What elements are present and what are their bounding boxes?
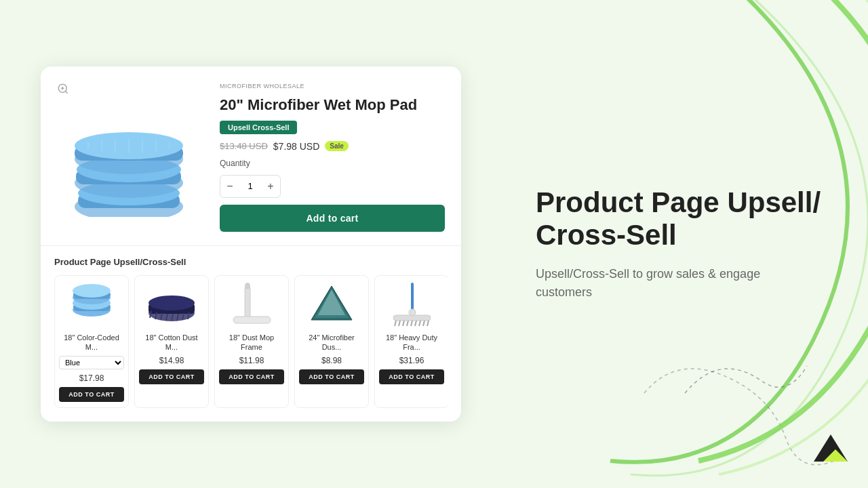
zoom-icon[interactable] bbox=[57, 83, 71, 96]
item-image-4 bbox=[304, 281, 359, 329]
right-panel: Product Page Upsell/ Cross-Sell Upsell/C… bbox=[502, 0, 868, 488]
svg-rect-44 bbox=[411, 283, 414, 313]
sale-tag: Sale bbox=[325, 141, 349, 151]
item-add-to-cart-button-4[interactable]: ADD TO CART bbox=[299, 369, 364, 384]
item-price-2: $14.98 bbox=[159, 356, 184, 365]
item-price-4: $8.98 bbox=[321, 356, 342, 365]
item-name-3: 18" Dust Mop Frame bbox=[219, 333, 284, 352]
item-price-1: $17.98 bbox=[79, 373, 104, 383]
svg-line-51 bbox=[415, 321, 416, 326]
item-add-to-cart-button-1[interactable]: ADD TO CART bbox=[59, 387, 124, 402]
item-price-5: $31.96 bbox=[399, 356, 425, 365]
quantity-input[interactable]: 1 bbox=[239, 181, 261, 191]
item-name-4: 24" Microfiber Dus... bbox=[299, 333, 364, 352]
svg-line-2 bbox=[65, 91, 67, 93]
products-grid: 18" Color-Coded M... Blue Green Red $17.… bbox=[54, 275, 448, 409]
item-image-1 bbox=[64, 281, 119, 329]
upsell-badge: Upsell Cross-Sell bbox=[220, 121, 297, 134]
svg-rect-38 bbox=[245, 286, 250, 320]
right-heading: Product Page Upsell/ Cross-Sell bbox=[536, 186, 834, 252]
dashed-decoration bbox=[678, 339, 814, 420]
item-color-select-1[interactable]: Blue Green Red bbox=[59, 356, 124, 369]
brand-label: MICROFIBER WHOLESALE bbox=[220, 83, 445, 89]
list-item: 18" Heavy Duty Fra... $31.96 ADD TO CART bbox=[374, 275, 448, 409]
svg-line-52 bbox=[419, 321, 420, 326]
svg-point-55 bbox=[409, 309, 416, 316]
quantity-increase-button[interactable]: + bbox=[261, 176, 280, 197]
quantity-label: Quantity bbox=[220, 159, 445, 168]
right-description: Upsell/Cross-Sell to grow sales & engage… bbox=[536, 265, 766, 302]
item-price-3: $11.98 bbox=[239, 356, 264, 365]
product-image bbox=[61, 95, 197, 217]
product-image-container bbox=[54, 80, 203, 232]
quantity-control: − 1 + bbox=[220, 175, 281, 198]
svg-rect-39 bbox=[233, 317, 271, 323]
list-item: 24" Microfiber Dus... $8.98 ADD TO CART bbox=[294, 275, 369, 409]
triangle-logo bbox=[814, 434, 848, 468]
list-item: 18" Dust Mop Frame $11.98 ADD TO CART bbox=[214, 275, 289, 409]
item-add-to-cart-button-3[interactable]: ADD TO CART bbox=[219, 369, 284, 384]
item-name-1: 18" Color-Coded M... bbox=[59, 333, 124, 352]
product-card: MICROFIBER WHOLESALE 20" Microfiber Wet … bbox=[41, 66, 461, 422]
item-name-5: 18" Heavy Duty Fra... bbox=[379, 333, 444, 352]
original-price: $13.48 USD bbox=[220, 141, 268, 151]
svg-point-29 bbox=[149, 296, 195, 310]
price-row: $13.48 USD $7.98 USD Sale bbox=[220, 141, 445, 152]
cross-sell-section: Product Page Upsell/Cross-Sell bbox=[41, 246, 461, 422]
list-item: 18" Cotton Dust M... $14.98 ADD TO CART bbox=[134, 275, 209, 409]
cross-sell-title: Product Page Upsell/Cross-Sell bbox=[54, 257, 448, 267]
product-title: 20" Microfiber Wet Mop Pad bbox=[220, 96, 445, 114]
svg-point-26 bbox=[73, 284, 111, 298]
svg-line-49 bbox=[407, 321, 408, 326]
left-panel: MICROFIBER WHOLESALE 20" Microfiber Wet … bbox=[0, 0, 502, 488]
add-to-cart-main-button[interactable]: Add to cart bbox=[220, 205, 445, 232]
svg-line-53 bbox=[423, 321, 425, 326]
product-detail-section: MICROFIBER WHOLESALE 20" Microfiber Wet … bbox=[41, 66, 461, 246]
item-add-to-cart-button-2[interactable]: ADD TO CART bbox=[139, 369, 204, 384]
item-image-5 bbox=[384, 281, 439, 329]
sale-price: $7.98 USD bbox=[273, 141, 319, 152]
svg-line-48 bbox=[403, 321, 404, 326]
list-item: 18" Color-Coded M... Blue Green Red $17.… bbox=[54, 275, 129, 409]
svg-point-40 bbox=[245, 283, 250, 289]
item-add-to-cart-button-5[interactable]: ADD TO CART bbox=[379, 369, 444, 384]
svg-line-50 bbox=[411, 321, 412, 326]
svg-line-47 bbox=[399, 321, 400, 326]
product-info: MICROFIBER WHOLESALE 20" Microfiber Wet … bbox=[220, 80, 445, 232]
svg-line-46 bbox=[395, 321, 396, 326]
svg-line-54 bbox=[427, 321, 429, 326]
item-name-2: 18" Cotton Dust M... bbox=[139, 333, 204, 352]
quantity-decrease-button[interactable]: − bbox=[220, 176, 239, 197]
item-image-2 bbox=[144, 281, 199, 329]
item-image-3 bbox=[224, 281, 279, 329]
